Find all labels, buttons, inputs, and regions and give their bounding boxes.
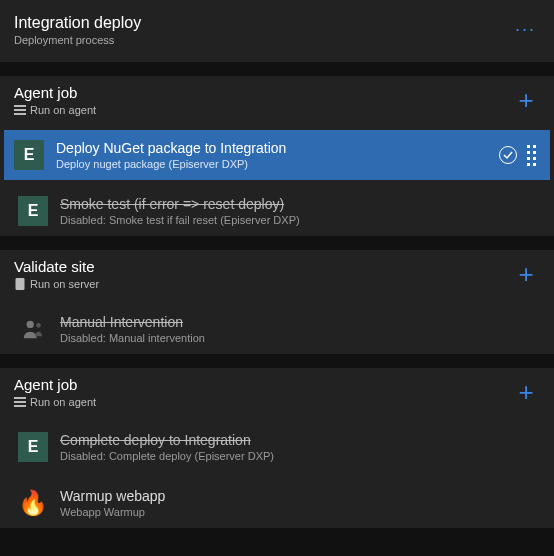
job-title: Agent job — [14, 376, 512, 393]
task-title: Deploy NuGet package to Integration — [56, 140, 487, 156]
task-deploy-nuget[interactable]: E Deploy NuGet package to Integration De… — [4, 130, 550, 180]
task-manual-intervention[interactable]: Manual Intervention Disabled: Manual int… — [4, 304, 550, 354]
svg-point-5 — [27, 321, 34, 328]
job-header-agent-2[interactable]: Agent job Run on agent + — [0, 368, 554, 416]
task-title: Complete deploy to Integration — [60, 432, 536, 448]
job-title: Validate site — [14, 258, 512, 275]
svg-rect-4 — [18, 287, 22, 288]
add-task-button[interactable]: + — [512, 86, 540, 114]
person-icon — [18, 314, 48, 344]
task-sub: Disabled: Smoke test if fail reset (Epis… — [60, 214, 536, 226]
job-title: Agent job — [14, 84, 512, 101]
pipeline-title: Integration deploy — [14, 14, 511, 32]
job-header-validate[interactable]: Validate site Run on server + — [0, 250, 554, 298]
task-warmup-webapp[interactable]: 🔥 Warmup webapp Webapp Warmup — [4, 478, 550, 528]
task-smoke-test[interactable]: E Smoke test (if error => reset deploy) … — [4, 186, 550, 236]
list-icon — [14, 104, 26, 116]
svg-rect-0 — [14, 105, 26, 107]
task-title: Smoke test (if error => reset deploy) — [60, 196, 536, 212]
svg-rect-1 — [14, 109, 26, 111]
flame-icon: 🔥 — [18, 488, 48, 518]
svg-point-6 — [36, 323, 41, 328]
job-sub: Run on agent — [30, 104, 96, 116]
svg-rect-7 — [14, 397, 26, 399]
pipeline-header: Integration deploy Deployment process ..… — [0, 6, 554, 56]
task-sub: Deploy nuget package (Episerver DXP) — [56, 158, 487, 170]
job-sub: Run on agent — [30, 396, 96, 408]
add-task-button[interactable]: + — [512, 260, 540, 288]
episerver-icon: E — [18, 196, 48, 226]
drag-handle-icon[interactable] — [527, 145, 536, 166]
task-sub: Webapp Warmup — [60, 506, 536, 518]
episerver-icon: E — [14, 140, 44, 170]
task-title: Warmup webapp — [60, 488, 536, 504]
more-options-button[interactable]: ... — [511, 14, 540, 36]
svg-rect-9 — [14, 405, 26, 407]
svg-rect-3 — [16, 278, 24, 290]
task-sub: Disabled: Manual intervention — [60, 332, 536, 344]
task-sub: Disabled: Complete deploy (Episerver DXP… — [60, 450, 536, 462]
list-icon — [14, 396, 26, 408]
episerver-icon: E — [18, 432, 48, 462]
check-circle-icon — [499, 146, 517, 164]
server-icon — [14, 278, 26, 290]
job-header-agent-1[interactable]: Agent job Run on agent + — [0, 76, 554, 124]
pipeline-subtitle: Deployment process — [14, 34, 511, 46]
svg-rect-2 — [14, 113, 26, 115]
task-title: Manual Intervention — [60, 314, 536, 330]
svg-rect-8 — [14, 401, 26, 403]
add-task-button[interactable]: + — [512, 378, 540, 406]
task-complete-deploy[interactable]: E Complete deploy to Integration Disable… — [4, 422, 550, 472]
job-sub: Run on server — [30, 278, 99, 290]
